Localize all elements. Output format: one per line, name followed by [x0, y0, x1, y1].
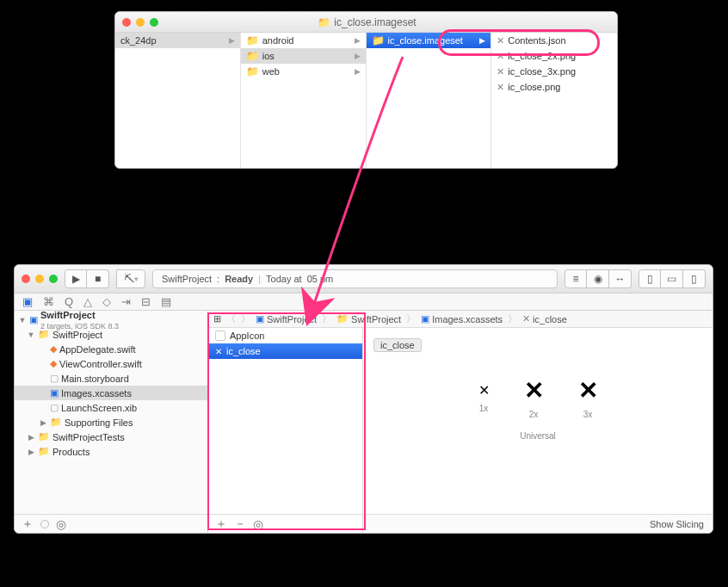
close-window-button[interactable] — [122, 18, 131, 27]
finder-item-label: ic_close.png — [508, 82, 560, 92]
test-navigator-tab[interactable]: ◇ — [100, 295, 114, 308]
tree-row-label: AppDelegate.swift — [59, 344, 136, 355]
finder-item-label: ck_24dp — [120, 35, 157, 46]
minimize-window-button[interactable] — [136, 18, 145, 27]
run-button[interactable]: ▶ — [65, 269, 87, 288]
toggle-debug-button[interactable]: ▭ — [661, 269, 683, 288]
chevron-right-icon: ▶ — [355, 36, 361, 45]
idiom-label: Universal — [373, 431, 702, 441]
tree-row-label: Main.storyboard — [61, 374, 129, 384]
chevron-right-icon: ▶ — [355, 52, 361, 60]
debug-navigator-tab[interactable]: ⇥ — [119, 295, 133, 308]
disclosure-icon[interactable]: ▶ — [27, 433, 35, 442]
project-tree[interactable]: ▼ ▣ SwiftProject 2 targets, iOS SDK 8.3 … — [15, 311, 207, 514]
toggle-navigator-button[interactable]: ▯ — [639, 269, 661, 288]
finder-item[interactable]: 📁 web ▶ — [241, 64, 366, 79]
folder-icon: 📁 — [50, 417, 62, 428]
tree-row-label: SwiftProject — [40, 311, 96, 320]
tree-row-label: SwiftProject — [52, 330, 102, 340]
close-icon: ✕ — [524, 376, 544, 405]
finder-col-1[interactable]: 📁 android ▶ 📁 ios ▶ 📁 web ▶ — [241, 33, 367, 168]
tree-row[interactable]: ▢ LaunchScreen.xib — [15, 400, 207, 415]
imageset-icon: ✕ — [522, 313, 530, 324]
finder-item[interactable]: ✕ ic_close.png — [491, 79, 617, 95]
navigator-selector-bar: ▣ ⌘ Q △ ◇ ⇥ ⊟ ▤ — [15, 294, 713, 311]
tree-row-selected[interactable]: ▣ Images.xcassets — [15, 386, 207, 400]
scheme-segment[interactable]: ⛏ ▾ — [116, 269, 145, 288]
activity-viewer: SwiftProject: Ready | Today at 05 pm — [152, 269, 558, 288]
project-navigator: ▼ ▣ SwiftProject 2 targets, iOS SDK 8.3 … — [15, 311, 208, 533]
finder-title-text: ic_close.imageset — [334, 16, 416, 28]
find-navigator-tab[interactable]: Q — [62, 295, 76, 308]
jump-bar-crumb[interactable]: ▣ Images.xcassets — [421, 313, 503, 324]
swift-file-icon: ◆ — [50, 358, 57, 369]
disclosure-icon[interactable]: ▼ — [18, 316, 27, 324]
disclosure-icon[interactable]: ▶ — [39, 418, 47, 427]
assets-icon: ▣ — [421, 313, 429, 324]
folder-icon: 📁 — [38, 431, 50, 442]
finder-item[interactable]: 📁 android ▶ — [241, 33, 366, 48]
xcode-toolbar: ▶ ■ ⛏ ▾ SwiftProject: Ready | Today at 0… — [15, 265, 713, 294]
minimize-window-button[interactable] — [35, 275, 44, 283]
chevron-right-icon: 〉 — [406, 312, 416, 325]
toggle-utilities-button[interactable]: ▯ — [683, 269, 706, 288]
symbol-navigator-tab[interactable]: ⌘ — [40, 295, 57, 308]
activity-time: 05 pm — [307, 274, 334, 284]
zoom-window-button[interactable] — [150, 18, 158, 27]
show-slicing-button[interactable]: Show Slicing — [650, 519, 704, 529]
editor-mode-segment: ≡ ◉ ↔ — [565, 269, 632, 288]
finder-item[interactable]: 📁 ios ▶ — [241, 48, 366, 64]
disclosure-icon[interactable]: ▼ — [27, 331, 35, 339]
asset-slot-1x[interactable]: ✕ 1x — [478, 382, 490, 413]
scheme-selector[interactable]: ⛏ ▾ — [116, 269, 145, 288]
assistant-editor-button[interactable]: ◉ — [587, 269, 609, 288]
asset-slot-2x[interactable]: ✕ 2x — [524, 376, 544, 419]
folder-icon: 📁 — [38, 446, 50, 457]
standard-editor-button[interactable]: ≡ — [565, 269, 587, 288]
breakpoint-navigator-tab[interactable]: ⊟ — [139, 295, 153, 308]
report-navigator-tab[interactable]: ▤ — [158, 295, 174, 308]
finder-col-0[interactable]: ck_24dp ▶ — [115, 33, 241, 168]
stop-button[interactable]: ■ — [87, 269, 109, 288]
version-editor-button[interactable]: ↔ — [609, 269, 632, 288]
file-icon: ✕ — [497, 66, 504, 77]
tree-row-project[interactable]: ▼ ▣ SwiftProject 2 targets, iOS SDK 8.3 — [15, 312, 207, 327]
tree-row-label: ViewController.swift — [59, 359, 142, 369]
tree-row[interactable]: ▢ Main.storyboard — [15, 371, 207, 386]
xib-icon: ▢ — [50, 402, 59, 413]
assets-icon: ▣ — [50, 387, 59, 399]
jump-bar-crumb[interactable]: ✕ ic_close — [522, 313, 567, 324]
asset-slots: ✕ 1x ✕ 2x ✕ 3x — [373, 376, 702, 419]
disclosure-icon[interactable]: ▶ — [27, 448, 35, 456]
finder-item-label: android — [262, 35, 294, 46]
close-icon: ✕ — [578, 376, 598, 405]
tree-row[interactable]: ▶ 📁 Products — [15, 444, 207, 459]
issue-navigator-tab[interactable]: △ — [81, 295, 95, 308]
tree-row[interactable]: ▶ 📁 SwiftProjectTests — [15, 429, 207, 444]
run-stop-segment: ▶ ■ — [65, 269, 109, 288]
activity-state: Ready — [225, 274, 253, 284]
finder-item[interactable]: ck_24dp ▶ — [115, 33, 240, 48]
tree-row[interactable]: ◆ ViewController.swift — [15, 356, 207, 371]
tree-row[interactable]: ▶ 📁 Supporting Files — [15, 415, 207, 429]
swift-file-icon: ◆ — [50, 343, 57, 355]
filter-recent-icon[interactable] — [40, 520, 49, 528]
activity-project: SwiftProject — [162, 274, 212, 284]
folder-icon: 📁 — [246, 65, 259, 77]
folder-icon: 📁 — [372, 34, 385, 46]
asset-canvas-footer: Show Slicing — [363, 514, 713, 533]
asset-name-badge: ic_close — [373, 338, 422, 352]
tree-row[interactable]: ◆ AppDelegate.swift — [15, 342, 207, 356]
close-window-button[interactable] — [22, 275, 30, 283]
filter-scm-icon[interactable]: ◎ — [56, 517, 66, 531]
folder-icon: 📁 — [318, 16, 330, 28]
add-button[interactable]: ＋ — [22, 516, 34, 532]
asset-canvas-body[interactable]: ic_close ✕ 1x ✕ 2x ✕ — [363, 328, 713, 514]
finder-item[interactable]: ✕ ic_close_3x.png — [491, 64, 617, 79]
project-navigator-tab[interactable]: ▣ — [20, 295, 35, 308]
chevron-right-icon: 〉 — [508, 312, 517, 325]
asset-slot-3x[interactable]: ✕ 3x — [578, 376, 598, 419]
zoom-window-button[interactable] — [49, 275, 58, 283]
chevron-right-icon: ▶ — [229, 36, 235, 45]
window-buttons — [122, 18, 158, 27]
